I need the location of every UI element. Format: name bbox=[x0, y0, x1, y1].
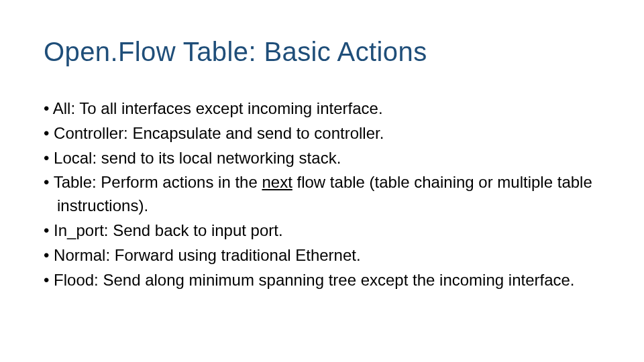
item-text: Encapsulate and send to controller. bbox=[128, 124, 384, 142]
item-text: Perform actions in the bbox=[97, 173, 262, 191]
item-text: Send back to input port. bbox=[108, 221, 282, 239]
list-item: Controller: Encapsulate and send to cont… bbox=[44, 122, 600, 145]
bullet-list: All: To all interfaces except incoming i… bbox=[44, 97, 600, 292]
list-item: Normal: Forward using traditional Ethern… bbox=[44, 244, 600, 267]
list-item: In_port: Send back to input port. bbox=[44, 219, 600, 243]
underlined-word: next bbox=[262, 173, 292, 191]
slide: Open.Flow Table: Basic Actions All: To a… bbox=[0, 0, 644, 362]
item-text: Send along minimum spanning tree except … bbox=[99, 271, 575, 289]
item-label: Flood: bbox=[54, 271, 99, 289]
item-text: Forward using traditional Ethernet. bbox=[110, 246, 361, 264]
item-label: Table: bbox=[54, 173, 97, 191]
slide-title: Open.Flow Table: Basic Actions bbox=[44, 37, 600, 66]
item-label: All: bbox=[53, 99, 75, 117]
item-text: send to its local networking stack. bbox=[97, 149, 341, 167]
list-item: Flood: Send along minimum spanning tree … bbox=[44, 269, 600, 292]
list-item: Local: send to its local networking stac… bbox=[44, 147, 600, 170]
list-item: All: To all interfaces except incoming i… bbox=[44, 97, 600, 121]
item-label: Normal: bbox=[54, 246, 110, 264]
item-text: To all interfaces except incoming interf… bbox=[75, 99, 382, 117]
item-label: In_port: bbox=[54, 221, 108, 239]
item-label: Controller: bbox=[54, 124, 128, 142]
item-label: Local: bbox=[54, 149, 97, 167]
list-item: Table: Perform actions in the next flow … bbox=[44, 171, 600, 218]
